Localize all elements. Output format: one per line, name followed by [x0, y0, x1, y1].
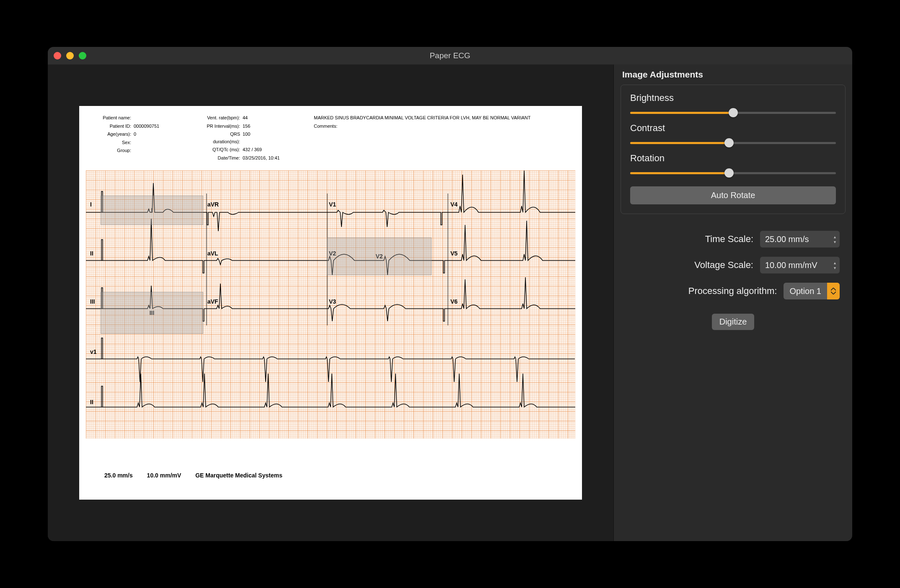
chevron-up-icon[interactable]: ▴	[831, 260, 838, 265]
patient-name-label: Patient name:	[96, 114, 134, 122]
digitize-button[interactable]: Digitize	[712, 314, 755, 330]
contrast-label: Contrast	[630, 123, 836, 134]
chevron-down-icon[interactable]: ▾	[831, 240, 838, 244]
rotation-slider[interactable]	[630, 169, 836, 177]
selection-I[interactable]: I	[101, 196, 203, 225]
window-title: Paper ECG	[48, 51, 852, 60]
footer-system: GE Marquette Medical Systems	[195, 472, 282, 479]
age-label: Age(years):	[96, 131, 134, 138]
window-body: Patient name: Patient ID:0000090751 Age(…	[48, 64, 852, 541]
app-window: Paper ECG Patient name: Patient ID:00000…	[48, 47, 852, 541]
side-panel: Image Adjustments Brightness Contrast Ro…	[613, 64, 852, 541]
voltage-scale-label: Voltage Scale:	[694, 260, 753, 271]
scale-form: Time Scale: 25.00 mm/s ▴ ▾ Voltage Scale…	[614, 222, 852, 338]
contrast-slider[interactable]	[630, 139, 836, 147]
rotation-label: Rotation	[630, 153, 836, 164]
processing-algo-label: Processing algorithm:	[688, 286, 777, 297]
adjustments-box: Brightness Contrast Rotation Auto Rotate	[621, 85, 846, 214]
vent-rate-label: Vent. rate(bpm):	[205, 114, 243, 122]
selection-III[interactable]: III	[101, 292, 203, 334]
datetime-label: Date/Time:	[205, 155, 243, 162]
pr-label: PR Interval(ms):	[205, 123, 243, 130]
footer-speed: 25.0 mm/s	[104, 472, 133, 479]
interpretation: MARKED SINUS BRADYCARDIA MINIMAL VOLTAGE…	[314, 114, 565, 122]
brightness-slider[interactable]	[630, 108, 836, 117]
chevron-down-icon[interactable]: ▾	[831, 266, 838, 270]
selection-V2[interactable]: V2	[327, 237, 432, 275]
footer-gain: 10.0 mm/mV	[147, 472, 181, 479]
ecg-footer: 25.0 mm/s 10.0 mm/mV GE Marquette Medica…	[104, 472, 295, 479]
time-scale-input[interactable]: 25.00 mm/s ▴ ▾	[760, 231, 840, 248]
time-scale-label: Time Scale:	[705, 234, 753, 245]
comments-label: Comments:	[314, 123, 565, 130]
processing-algo-select[interactable]: Option 1	[784, 283, 840, 299]
sex-label: Sex:	[96, 139, 134, 147]
voltage-scale-input[interactable]: 10.00 mm/mV ▴ ▾	[760, 257, 840, 273]
chevron-up-icon[interactable]: ▴	[831, 235, 838, 239]
canvas-area[interactable]: Patient name: Patient ID:0000090751 Age(…	[48, 64, 613, 541]
patient-id-label: Patient ID:	[96, 123, 134, 130]
ecg-header: Patient name: Patient ID:0000090751 Age(…	[79, 106, 582, 166]
select-toggle-icon[interactable]	[827, 283, 840, 299]
time-scale-stepper[interactable]: ▴ ▾	[831, 235, 838, 244]
auto-rotate-button[interactable]: Auto Rotate	[630, 186, 836, 204]
voltage-scale-stepper[interactable]: ▴ ▾	[831, 260, 838, 270]
group-label: Group:	[96, 147, 134, 155]
qt-label: QT/QTc (ms):	[205, 146, 243, 154]
ecg-grid[interactable]: I II III aVR aVL aVF V1 V2 V3 V4 V5 V6 v…	[86, 170, 575, 438]
titlebar: Paper ECG	[48, 47, 852, 64]
ecg-document[interactable]: Patient name: Patient ID:0000090751 Age(…	[79, 106, 582, 500]
brightness-label: Brightness	[630, 93, 836, 103]
qrs-label: QRS duration(ms):	[205, 131, 243, 145]
adjustments-title: Image Adjustments	[614, 64, 852, 85]
